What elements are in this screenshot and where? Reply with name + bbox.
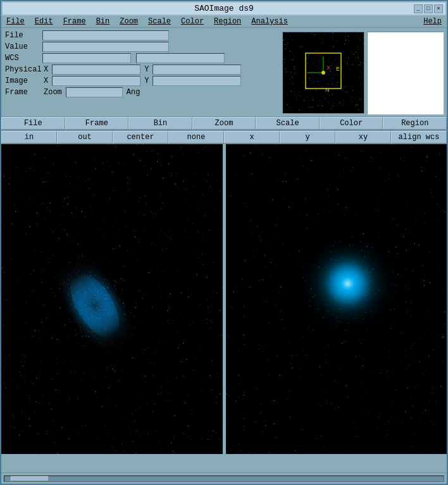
window-controls: _ □ ×: [414, 4, 443, 13]
window-title: SAOImage ds9: [194, 4, 254, 13]
zoom-input[interactable]: [66, 87, 123, 97]
zoom-y-btn[interactable]: y: [280, 131, 335, 144]
zoom-label: Zoom: [44, 88, 62, 97]
file-input[interactable]: [42, 30, 169, 40]
zoom-center-btn[interactable]: center: [113, 131, 168, 144]
toolbar-frame-btn[interactable]: Frame: [65, 117, 129, 130]
close-button[interactable]: ×: [434, 4, 443, 13]
menu-color[interactable]: Color: [178, 17, 206, 26]
file-label: File: [5, 31, 40, 40]
menu-zoom[interactable]: Zoom: [117, 17, 140, 26]
physical-x-label: X: [44, 65, 48, 74]
toolbar-main: File Frame Bin Zoom Scale Color Region: [1, 116, 447, 130]
menu-frame[interactable]: Frame: [61, 17, 89, 26]
menu-help[interactable]: Help: [421, 17, 444, 26]
image-pane-left[interactable]: [1, 144, 224, 454]
toolbar-bin-btn[interactable]: Bin: [128, 117, 192, 130]
image-y-label: Y: [144, 77, 149, 85]
menu-analysis[interactable]: Analysis: [249, 17, 290, 26]
zoom-none-btn[interactable]: none: [168, 131, 224, 144]
menu-edit[interactable]: Edit: [32, 17, 56, 26]
toolbar-region-btn[interactable]: Region: [383, 117, 447, 130]
image-label: Image: [5, 77, 40, 85]
image-x-input[interactable]: [52, 76, 140, 86]
title-bar: SAOImage ds9 _ □ ×: [1, 1, 447, 16]
image-x-label: X: [44, 77, 48, 85]
physical-y-label: Y: [144, 65, 149, 74]
image-y-input[interactable]: [152, 76, 241, 86]
menu-bin[interactable]: Bin: [94, 17, 113, 26]
right-image-canvas: [226, 144, 447, 454]
toolbar-color-btn[interactable]: Color: [320, 117, 383, 130]
zoom-in-btn[interactable]: in: [1, 131, 57, 144]
image-pane-right[interactable]: [226, 144, 447, 454]
menu-bar: File Edit Frame Bin Zoom Scale Color Reg…: [1, 16, 447, 28]
wcs-input-1[interactable]: [42, 53, 131, 63]
toolbar-zoom-btn[interactable]: Zoom: [192, 117, 256, 130]
value-input[interactable]: [42, 42, 169, 52]
toolbar-file-btn[interactable]: File: [1, 117, 65, 130]
zoom-x-btn[interactable]: x: [224, 131, 280, 144]
zoom-xy-btn[interactable]: xy: [335, 131, 391, 144]
zoom-align-wcs-btn[interactable]: align wcs: [391, 131, 447, 144]
preview-panel: [367, 32, 443, 114]
physical-label: Physical: [5, 65, 40, 74]
scrollbar-track[interactable]: [4, 476, 444, 482]
maximize-button[interactable]: □: [424, 4, 433, 13]
physical-y-input[interactable]: [152, 64, 241, 75]
zoom-out-btn[interactable]: out: [57, 131, 113, 144]
toolbar-zoom: in out center none x y xy align wcs: [1, 130, 447, 144]
menu-region[interactable]: Region: [211, 17, 244, 26]
compass-panel: [282, 32, 364, 114]
physical-x-input[interactable]: [52, 64, 140, 75]
frame-label: Frame: [5, 88, 40, 97]
left-image-canvas: [1, 144, 224, 454]
wcs-label: WCS: [5, 54, 40, 63]
scrollbar-area: [1, 472, 447, 484]
app-window: SAOImage ds9 _ □ × File Edit Frame Bin Z…: [0, 0, 448, 485]
minimize-button[interactable]: _: [414, 4, 423, 13]
scrollbar-thumb[interactable]: [11, 476, 49, 481]
main-image-area: [1, 144, 447, 472]
wcs-input-2[interactable]: [136, 53, 225, 63]
ang-label: Ang: [127, 88, 140, 97]
menu-file[interactable]: File: [4, 17, 27, 26]
toolbar-scale-btn[interactable]: Scale: [256, 117, 320, 130]
menu-scale[interactable]: Scale: [146, 17, 173, 26]
info-panel: File Value WCS Physical X Y: [1, 28, 447, 116]
value-label: Value: [5, 42, 40, 51]
